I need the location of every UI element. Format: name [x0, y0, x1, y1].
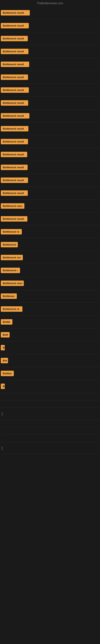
list-item: | [1, 442, 99, 454]
bottleneck-result-label: Bottleneck result [1, 113, 29, 118]
bottleneck-result-label: Bottleneck res [1, 255, 23, 260]
list-item: Bottleneck result [1, 19, 99, 32]
list-item: Bottleneck result [1, 122, 99, 135]
list-item: Bottleneck result [1, 135, 99, 148]
bottleneck-result-label: Bottleneck result [1, 152, 27, 157]
bottleneck-result-label: Bottleneck resu [1, 203, 24, 209]
bottleneck-result-label: Bottleneck re [1, 229, 22, 234]
list-item [1, 435, 99, 442]
list-item: | [1, 408, 99, 420]
items-container: Bottleneck resultBottleneck resultBottle… [0, 6, 100, 454]
list-item: Bottleneck re [1, 226, 99, 238]
bottleneck-result-label: Bottleneck result [1, 190, 28, 196]
bottleneck-result-label: Bottleneck result [1, 126, 28, 132]
bottleneck-result-label: Bottleneck result [1, 23, 29, 28]
bottleneck-result-label: Bottleneck result [1, 178, 28, 183]
list-item: Bottleneck r [1, 264, 99, 277]
list-item: Bottleneck [1, 238, 99, 251]
bottleneck-result-label: Bottlen [1, 371, 14, 376]
list-item: Bottleneck result [1, 96, 99, 110]
bottleneck-result-label: Bottleneck result [1, 139, 28, 144]
list-item [1, 427, 99, 435]
list-item: Bottleneck result [1, 71, 99, 84]
bottleneck-result-label: Bottleneck result [1, 87, 29, 93]
list-item: Bottleneck result [1, 187, 99, 200]
list-item: Bottleneck result [1, 148, 99, 161]
list-item: Bot [1, 354, 99, 367]
list-item: Bottleneck result [1, 174, 99, 187]
list-item: Bott [1, 328, 99, 341]
bottleneck-result-label: Bottleneck result [1, 164, 28, 170]
list-item [1, 393, 99, 400]
bottleneck-result-label: Bottle [1, 319, 12, 324]
bottleneck-result-label: B [1, 345, 5, 350]
separator: | [1, 446, 2, 450]
bottleneck-result-label: Bottlenec [1, 294, 17, 299]
bottleneck-result-label: Bottleneck r [1, 268, 20, 273]
bottleneck-result-label: Bottleneck result [1, 74, 28, 80]
list-item: Bottleneck result [1, 58, 99, 71]
list-item: Bottleneck result [1, 6, 99, 19]
bottleneck-result-label: Bottleneck result [1, 100, 28, 106]
list-item [1, 400, 99, 408]
bottleneck-result-label: Bott [1, 332, 10, 338]
separator: | [1, 411, 2, 416]
bottleneck-result-label: Bottleneck result [1, 216, 27, 222]
bottleneck-result-label: Bottleneck result [1, 10, 30, 16]
list-item [1, 420, 99, 427]
list-item: Bottleneck result [1, 84, 99, 96]
bottleneck-result-label: Bottleneck resu [1, 280, 24, 286]
bottleneck-result-label: Bottleneck result [1, 36, 28, 41]
list-item: Bottleneck result [1, 212, 99, 226]
list-item: Bottlen [1, 367, 99, 380]
list-item: B [1, 341, 99, 354]
list-item: Bottleneck re [1, 303, 99, 316]
list-item: Bottle [1, 316, 99, 328]
bottleneck-result-label: B [1, 384, 5, 389]
list-item: Bottleneck resu [1, 200, 99, 212]
bottleneck-result-label: Bottleneck re [1, 306, 22, 312]
bottleneck-result-label: Bottleneck result [1, 62, 29, 67]
list-item: Bottlenec [1, 290, 99, 303]
bottleneck-result-label: Bottleneck [1, 242, 18, 247]
list-item: Bottleneck res [1, 251, 99, 264]
site-title: TheBottlenecker.com [0, 0, 100, 6]
bottleneck-result-label: Bot [1, 358, 8, 363]
bottleneck-result-label: Bottleneck result [1, 49, 28, 54]
list-item: B [1, 380, 99, 393]
list-item: Bottleneck resu [1, 277, 99, 290]
list-item: Bottleneck result [1, 45, 99, 58]
list-item: Bottleneck result [1, 110, 99, 122]
list-item: Bottleneck result [1, 32, 99, 45]
list-item: Bottleneck result [1, 161, 99, 174]
